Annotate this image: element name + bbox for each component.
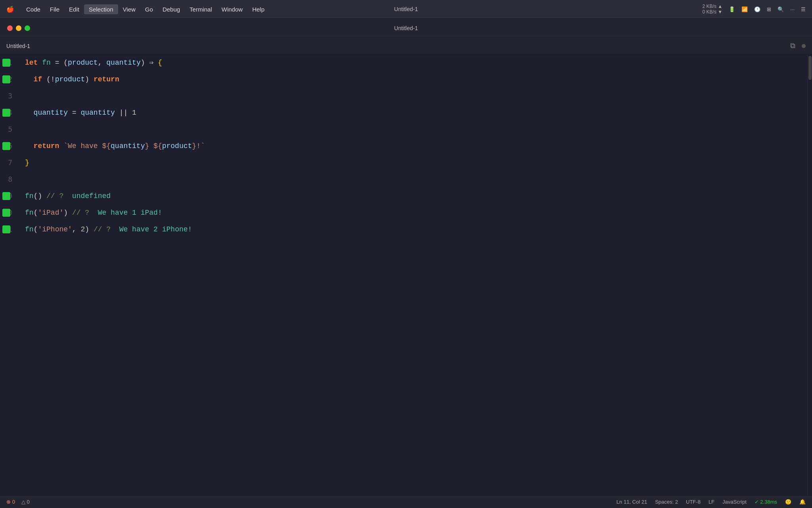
code-line[interactable]: fn() // ? undefined — [22, 188, 111, 204]
menu-terminal[interactable]: Terminal — [185, 4, 217, 14]
token-kw: return — [94, 75, 119, 83]
token-plain: , — [72, 225, 81, 233]
menu-window[interactable]: Window — [217, 4, 247, 14]
token-comment: // ? — [72, 209, 94, 217]
token-plain: ) — [85, 225, 89, 233]
table-row: 5 — [0, 121, 807, 138]
table-row: 9fn() // ? undefined — [0, 188, 807, 204]
token-plain — [128, 109, 132, 117]
token-kw: if — [34, 75, 42, 83]
token-brace: { — [158, 59, 162, 67]
more-icons: ··· — [790, 6, 795, 12]
warning-count[interactable]: △ 0 — [21, 499, 30, 505]
code-line[interactable]: let fn = (product, quantity) ⇒ { — [22, 54, 162, 71]
minimize-button[interactable] — [16, 25, 21, 31]
token-string: 'iPhone' — [38, 225, 72, 233]
notifications-icon[interactable]: 🔔 — [799, 499, 806, 505]
status-left: ⊗ 0 △ 0 — [6, 499, 30, 505]
token-plain: ⇒ — [145, 59, 158, 67]
token-plain — [68, 209, 72, 217]
token-fn-name: fn — [25, 209, 34, 217]
code-line[interactable]: fn('iPhone', 2) // ? We have 2 iPhone! — [22, 221, 192, 238]
scrollbar-thumb[interactable] — [808, 56, 812, 80]
list-icon: ☰ — [801, 6, 806, 12]
tab-icons: ⧉ — [790, 42, 806, 50]
token-result-text: We have 2 iPhone! — [115, 225, 192, 233]
dirty-indicator — [802, 44, 806, 48]
apple-logo-icon: 🍎 — [6, 6, 14, 13]
token-param: quantity — [111, 142, 145, 150]
table-row: 11fn('iPhone', 2) // ? We have 2 iPhone! — [0, 221, 807, 238]
token-param: product — [55, 75, 85, 83]
token-plain: = — [51, 59, 63, 67]
table-row: 7} — [0, 154, 807, 171]
error-count[interactable]: ⊗ 0 — [6, 499, 15, 505]
token-kw: let — [25, 59, 42, 67]
system-icons: 2 KB/s ▲0 KB/s ▼ 🔋 📶 🕐 ⊞ 🔍 ··· ☰ — [703, 4, 806, 15]
cursor-position[interactable]: Ln 11, Col 21 — [617, 499, 647, 505]
menu-code[interactable]: Code — [21, 4, 45, 14]
token-punct: ( — [63, 59, 68, 67]
token-result-text: We have 1 iPad! — [94, 209, 162, 217]
token-punct: , — [98, 59, 107, 67]
token-plain: ( — [34, 209, 38, 217]
spaces-setting[interactable]: Spaces: 2 — [655, 499, 678, 505]
language-mode[interactable]: JavaScript — [722, 499, 747, 505]
breakpoint-indicator — [2, 209, 10, 217]
token-brace: } — [25, 159, 29, 167]
table-row: 8 — [0, 171, 807, 188]
code-line[interactable]: if (!product) return — [22, 71, 119, 88]
token-comment-val: undefined — [68, 192, 111, 200]
wifi-icon: 📶 — [741, 6, 748, 12]
menu-view[interactable]: View — [118, 4, 140, 14]
code-line[interactable]: quantity = quantity || 1 — [22, 104, 136, 121]
breakpoint-indicator — [2, 142, 10, 150]
menu-go[interactable]: Go — [140, 4, 158, 14]
tab-title[interactable]: Untitled-1 — [6, 43, 30, 49]
control-center-icon: ⊞ — [767, 6, 771, 12]
battery-icon: 🔋 — [729, 6, 735, 12]
window-title: Untitled-1 — [394, 25, 418, 31]
menu-edit[interactable]: Edit — [64, 4, 84, 14]
token-plain: ) — [85, 75, 94, 83]
breakpoint-indicator — [2, 75, 10, 83]
breakpoint-indicator — [2, 59, 10, 67]
close-button[interactable] — [7, 25, 13, 31]
token-plain: ( — [34, 225, 38, 233]
code-line[interactable]: } — [22, 154, 29, 171]
table-row: 3 — [0, 88, 807, 104]
menu-help[interactable]: Help — [247, 4, 269, 14]
token-fn-name: fn — [25, 192, 34, 200]
menu-selection[interactable]: Selection — [84, 4, 118, 14]
table-row: 10fn('iPad') // ? We have 1 iPad! — [0, 204, 807, 221]
token-plain — [89, 225, 94, 233]
traffic-lights — [7, 25, 30, 31]
window-title-center: Untitled-1 — [394, 6, 418, 12]
menu-file[interactable]: File — [45, 4, 64, 14]
token-plain — [59, 142, 63, 150]
code-line[interactable]: fn('iPad') // ? We have 1 iPad! — [22, 204, 162, 221]
table-row: 6 return `We have ${quantity} ${product}… — [0, 138, 807, 154]
token-plain: () — [34, 192, 42, 200]
token-plain: ) — [63, 209, 68, 217]
line-number: 5 — [0, 121, 22, 138]
encoding[interactable]: UTF-8 — [686, 499, 701, 505]
scrollbar-track[interactable] — [807, 54, 812, 495]
code-line[interactable]: return `We have ${quantity} ${product}!` — [22, 138, 205, 154]
table-row: 2 if (!product) return — [0, 71, 807, 88]
token-param: product — [68, 59, 98, 67]
token-plain: ( — [42, 75, 51, 83]
menu-debug[interactable]: Debug — [158, 4, 185, 14]
token-param: quantity — [106, 59, 140, 67]
token-operator: || — [119, 109, 128, 117]
feedback-icon[interactable]: 🙂 — [785, 499, 791, 505]
token-plain: = — [68, 109, 80, 117]
split-editor-icon[interactable]: ⧉ — [790, 42, 795, 50]
table-row: 4 quantity = quantity || 1 — [0, 104, 807, 121]
line-ending[interactable]: LF — [709, 499, 714, 505]
table-row: 1let fn = (product, quantity) ⇒ { — [0, 54, 807, 71]
spotlight-icon: 🔍 — [778, 6, 784, 12]
timing[interactable]: ✓ 2.38ms — [755, 499, 777, 505]
code-editor[interactable]: 1let fn = (product, quantity) ⇒ {2 if (!… — [0, 54, 807, 495]
maximize-button[interactable] — [25, 25, 30, 31]
